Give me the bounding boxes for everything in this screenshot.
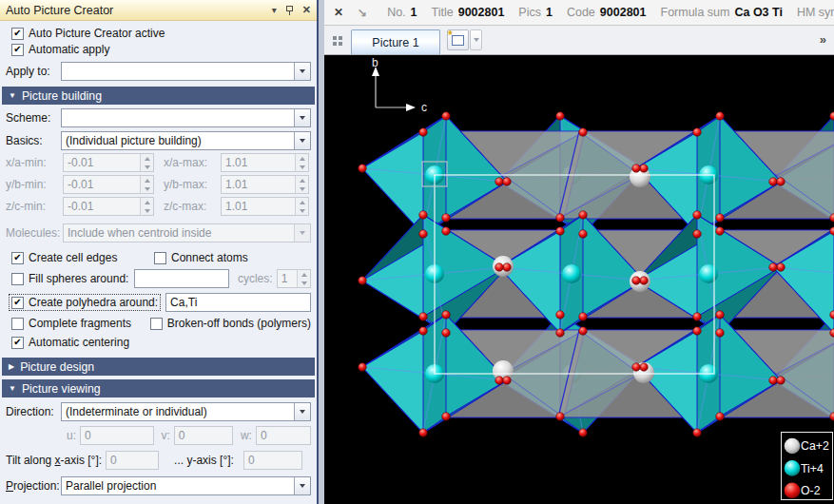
goto-icon[interactable]: ↘ [358, 6, 367, 19]
structure-viewport[interactable]: bcCa+2Ti+4O-2 [324, 55, 834, 504]
chevron-down-icon [294, 224, 310, 242]
spin-up-icon[interactable] [296, 176, 308, 184]
chevron-down-icon[interactable] [294, 477, 310, 494]
direction-combo[interactable]: (Indeterminate or individual) [61, 402, 311, 421]
spin-up-icon[interactable] [296, 154, 308, 163]
spin-down-icon[interactable] [141, 163, 153, 171]
create-polyhedra-checkbox[interactable]: ✔ [11, 297, 24, 309]
zc-min-spinner[interactable]: -0.01 [63, 197, 154, 216]
w-field: 0 [256, 426, 311, 445]
molecules-combo: Include when centroid inside [63, 223, 311, 242]
window-menu-icon[interactable]: ▾ [272, 5, 277, 15]
fill-spheres-input[interactable] [134, 269, 229, 288]
legend-sphere-Ti+4 [785, 460, 801, 476]
spin-down-icon[interactable] [141, 184, 153, 193]
complete-fragments-label: Complete fragments [29, 317, 131, 330]
connect-atoms-checkbox[interactable] [154, 252, 166, 264]
close-icon[interactable]: ✕ [302, 4, 311, 16]
section-picture-design[interactable]: ▶ Picture design [2, 358, 315, 376]
section-picture-viewing[interactable]: ▼ Picture viewing [2, 379, 315, 397]
projection-combo[interactable]: Parallel projection [61, 476, 311, 495]
apply-to-label: Apply to: [6, 65, 61, 78]
expand-icon: ▶ [9, 362, 14, 371]
legend-sphere-O-2 [785, 483, 801, 499]
xa-min-spinner[interactable]: -0.01 [63, 153, 154, 172]
panel-splitter[interactable] [317, 0, 324, 504]
projection-label: Projection: [6, 479, 61, 493]
polyhedra-atoms-input[interactable]: Ca,Ti [165, 293, 311, 312]
structure-canvas[interactable]: bcCa+2Ti+4O-2 [324, 55, 834, 504]
zc-max-label: z/c-max: [164, 200, 221, 213]
field-hm-symbol: HM symbolP b n m [797, 6, 834, 19]
axis-c-label: c [421, 101, 427, 114]
v-field: 0 [174, 426, 233, 445]
cycles-spinner[interactable]: 1 [277, 269, 311, 288]
scheme-label: Scheme: [6, 111, 61, 125]
spin-down-icon[interactable] [296, 184, 308, 193]
app-window: Auto Picture Creator ▾ ✕ ✔ Auto Picture … [0, 0, 834, 504]
molecules-label: Molecules: [6, 226, 63, 240]
automatic-apply-checkbox[interactable]: ✔ [11, 44, 24, 56]
spin-down-icon[interactable] [141, 206, 153, 215]
xa-min-label: x/a-min: [6, 156, 63, 169]
automatic-centering-label: Automatic centering [29, 336, 129, 349]
scheme-combo[interactable] [61, 108, 311, 127]
axes-indicator: bc [372, 56, 427, 114]
automatic-centering-checkbox[interactable]: ✔ [11, 337, 24, 349]
section-picture-building[interactable]: ▼ Picture building [2, 87, 315, 105]
zc-max-spinner[interactable]: 1.01 [221, 197, 309, 216]
chevron-down-icon[interactable] [294, 109, 310, 126]
tab-picture-1[interactable]: Picture 1 [351, 29, 440, 54]
yb-min-spinner[interactable]: -0.01 [63, 175, 154, 194]
spin-up-icon[interactable] [298, 270, 310, 279]
tilt-x-field: 0 [106, 451, 159, 470]
spin-up-icon[interactable] [141, 198, 153, 206]
atom-legend: Ca+2Ti+4O-2 [782, 433, 833, 500]
u-field: 0 [80, 426, 154, 445]
tilt-x-label: Tilt along x-axis [°]: [6, 454, 102, 467]
spin-up-icon[interactable] [141, 154, 153, 163]
field-title: Title9002801 [432, 6, 505, 19]
connect-atoms-label: Connect atoms [171, 251, 248, 264]
fill-spheres-checkbox[interactable] [11, 273, 24, 285]
panel-title: Auto Picture Creator [6, 4, 272, 17]
legend-sphere-Ca+2 [785, 438, 801, 455]
spin-up-icon[interactable] [296, 198, 308, 206]
close-record-icon[interactable]: ✕ [334, 6, 343, 19]
basics-combo[interactable]: (Individual picture building) [61, 131, 311, 150]
direction-label: Direction: [6, 405, 61, 418]
create-polyhedra-focus: ✔ Create polyhedra around: [10, 295, 160, 310]
chevron-down-icon[interactable] [294, 132, 310, 149]
spin-down-icon[interactable] [298, 279, 310, 287]
chevron-down-icon[interactable] [294, 403, 310, 420]
axis-b-label: b [372, 56, 378, 69]
spin-up-icon[interactable] [141, 176, 153, 184]
xa-max-spinner[interactable]: 1.01 [221, 153, 309, 172]
tile-view-icon[interactable] [333, 36, 342, 46]
automatic-apply-label: Automatic apply [29, 43, 109, 56]
collapse-icon: ▼ [9, 384, 16, 393]
yb-min-label: y/b-min: [6, 178, 63, 191]
auto-creator-active-label: Auto Picture Creator active [29, 27, 165, 40]
tab-overflow-chevron[interactable]: » [820, 32, 825, 47]
auto-creator-active-checkbox[interactable]: ✔ [11, 28, 24, 40]
legend-label: O-2 [801, 484, 821, 497]
chevron-down-icon[interactable] [294, 63, 310, 80]
field-formula-sum: Formula sumCa O3 Ti [661, 6, 783, 19]
broken-off-bonds-checkbox[interactable] [150, 318, 163, 330]
complete-fragments-checkbox[interactable] [11, 318, 24, 330]
w-label: w: [241, 429, 252, 442]
new-picture-icon: * [452, 35, 464, 46]
spin-down-icon[interactable] [296, 163, 308, 171]
new-picture-button[interactable]: * [447, 29, 469, 50]
tilt-y-field: 0 [243, 451, 302, 470]
new-picture-dropdown[interactable] [470, 29, 482, 50]
create-cell-edges-checkbox[interactable]: ✔ [11, 252, 24, 264]
apply-to-combo[interactable] [61, 62, 311, 81]
spin-down-icon[interactable] [296, 206, 308, 215]
fill-spheres-label: Fill spheres around: [29, 272, 128, 285]
yb-max-spinner[interactable]: 1.01 [221, 175, 309, 194]
xa-max-label: x/a-max: [164, 156, 221, 169]
pin-icon[interactable] [286, 6, 293, 15]
broken-off-bonds-label: Broken-off bonds (polymers) [167, 317, 311, 330]
